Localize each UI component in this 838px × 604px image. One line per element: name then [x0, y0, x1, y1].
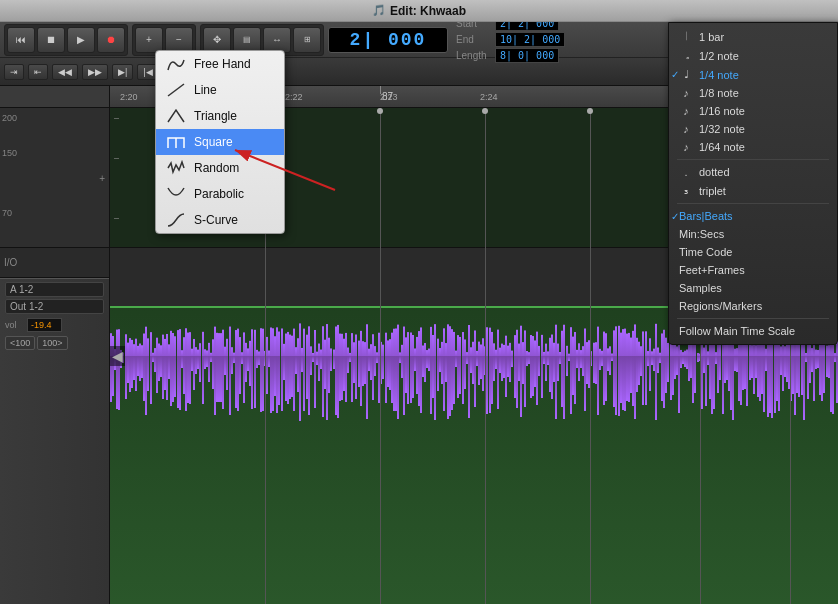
vol-value: -19.4: [27, 318, 62, 332]
triangle-icon: [166, 108, 186, 124]
play-button[interactable]: ▶: [67, 27, 95, 53]
note-follow-main[interactable]: Follow Main Time Scale: [669, 322, 837, 340]
end-label: End: [456, 34, 491, 45]
clip-btn1[interactable]: ▶|: [112, 64, 133, 80]
note-half-symbol: 𝅗: [679, 49, 693, 62]
note-length-dropdown: 𝄀 1 bar 𝅗 1/2 note ♩ 1/4 note ♪ 1/8 note…: [668, 22, 838, 345]
tool-triangle[interactable]: Triangle: [156, 103, 284, 129]
note-bars-beats-label: Bars|Beats: [679, 210, 733, 222]
vol-150: 150: [2, 148, 17, 158]
add-track-button[interactable]: +: [99, 172, 105, 183]
start-end-panel: Start 2| 2| 000 End 10| 2| 000 Length 8|…: [456, 16, 565, 63]
tab-button[interactable]: ⇥: [4, 64, 24, 80]
title-bar: 🎵 Edit: Khwaab: [0, 0, 838, 22]
note-min-secs-label: Min:Secs: [679, 228, 724, 240]
record-button[interactable]: ⏺: [97, 27, 125, 53]
move-button[interactable]: ✥: [203, 27, 231, 53]
note-triplet[interactable]: ₃ triplet: [669, 181, 837, 200]
ruler-spacer: [0, 86, 109, 108]
window-title: Edit: Khwaab: [390, 4, 466, 18]
note-feet-frames[interactable]: Feet+Frames: [669, 261, 837, 279]
note-half[interactable]: 𝅗 1/2 note: [669, 46, 837, 65]
note-32nd[interactable]: ♪ 1/32 note: [669, 120, 837, 138]
tool-scurve[interactable]: S-Curve: [156, 207, 284, 233]
note-separator-1: [677, 159, 829, 160]
zoom-out-button[interactable]: −: [165, 27, 193, 53]
vol-pan-row: vol -19.4: [5, 318, 104, 332]
rewind-button[interactable]: ⏮: [7, 27, 35, 53]
ruler-time-0: 2:20: [120, 92, 138, 102]
note-quarter-symbol: ♩: [679, 68, 693, 81]
tool-parabolic-label: Parabolic: [194, 187, 244, 201]
nudge-back-button[interactable]: ◀◀: [52, 64, 78, 80]
note-half-label: 1/2 note: [699, 50, 739, 62]
note-regions-markers[interactable]: Regions/Markers: [669, 297, 837, 315]
input-label[interactable]: A 1-2: [5, 282, 104, 297]
tool-random[interactable]: Random: [156, 155, 284, 181]
vol-label: vol: [5, 320, 25, 330]
note-bars-beats[interactable]: Bars|Beats: [669, 207, 837, 225]
note-time-code[interactable]: Time Code: [669, 243, 837, 261]
vol-200: 200: [2, 113, 17, 123]
random-icon: [166, 160, 186, 176]
note-dotted-symbol: .: [679, 166, 693, 178]
note-triplet-symbol: ₃: [679, 184, 693, 197]
free-hand-icon: [166, 56, 186, 72]
note-64th-symbol: ♪: [679, 141, 693, 153]
note-follow-main-label: Follow Main Time Scale: [679, 325, 795, 337]
note-16th-label: 1/16 note: [699, 105, 745, 117]
io-separator: I/O: [0, 248, 109, 278]
note-1bar[interactable]: 𝄀 1 bar: [669, 27, 837, 46]
note-64th-label: 1/64 note: [699, 141, 745, 153]
audio-track-top: A 1-2 Out 1-2 vol -19.4 <100 100>: [0, 279, 109, 353]
window-icon: 🎵: [372, 4, 386, 17]
nudge-fwd-button[interactable]: ▶▶: [82, 64, 108, 80]
pan-right[interactable]: 100>: [37, 336, 67, 350]
tool-triangle-label: Triangle: [194, 109, 237, 123]
note-dotted[interactable]: . dotted: [669, 163, 837, 181]
note-samples[interactable]: Samples: [669, 279, 837, 297]
scroll-left-button[interactable]: ◀: [110, 346, 125, 366]
note-triplet-label: triplet: [699, 185, 726, 197]
scurve-icon: [166, 212, 186, 228]
ruler-time-4: 2:24: [480, 92, 498, 102]
note-quarter-label: 1/4 note: [699, 69, 739, 81]
zoom-in-button[interactable]: +: [135, 27, 163, 53]
note-32nd-symbol: ♪: [679, 123, 693, 135]
length-label: Length: [456, 50, 491, 61]
trim-button[interactable]: ▤: [233, 27, 261, 53]
tool-square[interactable]: Square: [156, 129, 284, 155]
tool-parabolic[interactable]: Parabolic: [156, 181, 284, 207]
note-16th[interactable]: ♪ 1/16 note: [669, 102, 837, 120]
tool-dropdown: Free Hand Line Triangle Square: [155, 50, 285, 234]
tool-line[interactable]: Line: [156, 77, 284, 103]
ruler-time-2: 2:22: [285, 92, 303, 102]
note-regions-markers-label: Regions/Markers: [679, 300, 762, 312]
note-eighth-label: 1/8 note: [699, 87, 739, 99]
note-separator-3: [677, 318, 829, 319]
stop-button[interactable]: ⏹: [37, 27, 65, 53]
note-eighth-symbol: ♪: [679, 87, 693, 99]
tool-square-label: Square: [194, 135, 233, 149]
note-time-code-label: Time Code: [679, 246, 732, 258]
tool-free-hand[interactable]: Free Hand: [156, 51, 284, 77]
note-quarter[interactable]: ♩ 1/4 note: [669, 65, 837, 84]
note-dotted-label: dotted: [699, 166, 730, 178]
line-icon: [166, 82, 186, 98]
output-label[interactable]: Out 1-2: [5, 299, 104, 314]
note-eighth[interactable]: ♪ 1/8 note: [669, 84, 837, 102]
counter-display: 2| 000: [328, 27, 448, 53]
back-tab-button[interactable]: ⇤: [28, 64, 48, 80]
io-label: I/O: [4, 257, 17, 268]
note-samples-label: Samples: [679, 282, 722, 294]
vol-70: 70: [2, 208, 12, 218]
left-panel: 200 150 70 + I/O A 1-2 Out 1-2 vol -19.4…: [0, 86, 110, 604]
note-64th[interactable]: ♪ 1/64 note: [669, 138, 837, 156]
tool-random-label: Random: [194, 161, 239, 175]
end-value: 10| 2| 000: [495, 32, 565, 47]
pan-row: <100 100>: [5, 336, 104, 350]
selector-button[interactable]: ↔: [263, 27, 291, 53]
scrub-button[interactable]: ⊞: [293, 27, 321, 53]
pan-left[interactable]: <100: [5, 336, 35, 350]
note-min-secs[interactable]: Min:Secs: [669, 225, 837, 243]
